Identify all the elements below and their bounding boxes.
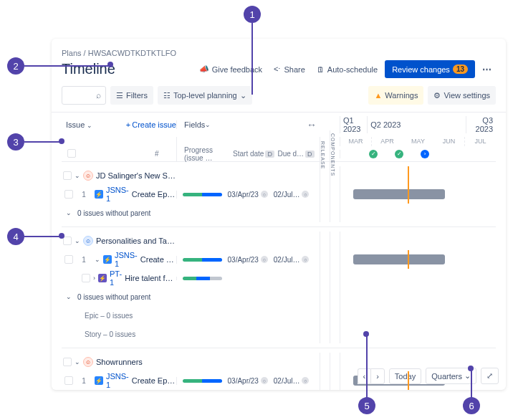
quarter-label: Q2 2023 xyxy=(367,116,466,133)
issue-type-icon: ⚡ xyxy=(98,274,107,282)
issue-type-icon: ⚡ xyxy=(95,376,103,385)
filters-button[interactable]: ☰Filters xyxy=(110,86,153,105)
hash-column: # xyxy=(155,150,176,158)
more-menu-button[interactable]: ⋯ xyxy=(478,59,496,79)
due-date-column: Due d…D xyxy=(277,150,320,158)
expand-columns-button[interactable]: ↔ xyxy=(307,119,317,130)
select-checkbox[interactable] xyxy=(63,237,72,245)
create-issue-button[interactable]: + Create issue xyxy=(126,120,176,129)
chevron-down-icon[interactable]: ⌄ xyxy=(63,293,72,300)
search-icon: ⌕ xyxy=(96,90,101,100)
issue-summary[interactable]: Create Episode One xyxy=(140,255,176,264)
review-changes-button[interactable]: Review changes13 xyxy=(385,60,475,78)
issue-type-icon: ⚡ xyxy=(95,190,103,199)
chevron-down-icon[interactable]: ⌄ xyxy=(75,172,80,179)
due-date[interactable]: 02/Jul…○ xyxy=(274,377,320,385)
issue-group: ⌄ ☺ Personalities and Talent 1 ⌄ ⚡ JSNS-… xyxy=(62,227,496,348)
progress-bar xyxy=(183,258,222,262)
megaphone-icon: 📣 xyxy=(199,65,209,74)
chevron-right-icon[interactable]: › xyxy=(93,275,95,282)
group-name[interactable]: JD Salinger's New Show xyxy=(96,171,176,180)
select-checkbox[interactable] xyxy=(64,190,73,199)
breadcrumb-root[interactable]: Plans xyxy=(62,49,82,57)
row-number: 1 xyxy=(76,377,92,385)
warnings-button[interactable]: ▲Warnings xyxy=(368,86,423,105)
issue-summary[interactable]: Create Episode One xyxy=(132,376,176,385)
timeline-next-button[interactable]: › xyxy=(370,368,385,384)
plus-icon: + xyxy=(126,120,130,129)
select-checkbox[interactable] xyxy=(64,255,73,264)
month-label: JUL xyxy=(464,137,496,146)
annotation-3: 3 xyxy=(7,133,24,151)
issue-column-header[interactable]: Issue xyxy=(66,120,85,129)
gantt-bar[interactable] xyxy=(353,189,445,199)
view-settings-button[interactable]: ⚙View settings xyxy=(428,86,496,105)
no-parent-label[interactable]: 0 issues without parent xyxy=(75,293,150,301)
issue-row[interactable]: 1 ⌄ ⚡ JSNS-1 Create Episode One 03/Apr/2… xyxy=(62,250,496,269)
issue-key[interactable]: PT-1 xyxy=(110,269,122,287)
issue-row[interactable]: › ⚡ PT-1 Hire talent for pre… xyxy=(62,269,496,287)
timeline-prev-button[interactable]: ‹ xyxy=(358,368,371,384)
plan-card: Plans / HWSACWDTKDTKTLFO Timeline 📣Give … xyxy=(52,39,506,390)
today-line-marker xyxy=(408,166,409,185)
row-number: 1 xyxy=(76,191,92,199)
hierarchy-icon: ☷ xyxy=(163,91,171,100)
start-date[interactable]: 03/Apr/23○ xyxy=(228,377,274,385)
chevron-down-icon[interactable]: ⌄ xyxy=(75,358,80,366)
select-all-checkbox[interactable] xyxy=(67,149,76,158)
chevron-down-icon[interactable]: ⌄ xyxy=(63,209,72,216)
warning-icon: ▲ xyxy=(374,91,382,100)
due-date[interactable]: 02/Jul…○ xyxy=(274,256,320,264)
review-count-badge: 13 xyxy=(453,65,468,74)
fullscreen-button[interactable]: ⤢ xyxy=(481,368,499,384)
start-date-column: Start dateD xyxy=(233,150,277,158)
gantt-bar[interactable] xyxy=(353,254,445,264)
row-number: 1 xyxy=(76,256,92,264)
status-done-icon: ✓ xyxy=(395,150,403,158)
type-count-label: Epic – 0 issues xyxy=(63,312,133,320)
month-label: MAY xyxy=(403,137,433,146)
start-date[interactable]: 03/Apr/23○ xyxy=(228,191,274,199)
group-name[interactable]: Personalities and Talent xyxy=(96,237,176,245)
breadcrumb-current[interactable]: HWSACWDTKDTKTLFO xyxy=(88,49,176,57)
issue-row[interactable]: 1 ⚡ JSNS-1 Create Episode One 03/Apr/23○… xyxy=(62,185,496,204)
chevron-down-icon[interactable]: ⌄ xyxy=(95,256,100,263)
share-button[interactable]: <⋅Share xyxy=(269,61,310,77)
select-checkbox[interactable] xyxy=(63,358,72,366)
select-checkbox[interactable] xyxy=(63,171,72,180)
select-checkbox[interactable] xyxy=(82,274,90,282)
status-in-progress-icon: › xyxy=(421,150,429,158)
fields-column-header[interactable]: Fields xyxy=(184,120,205,129)
chevron-down-icon[interactable]: ⌄ xyxy=(75,237,80,244)
chevron-down-icon: ⌄ xyxy=(205,121,211,128)
top-level-planning-button[interactable]: ☷Top-level planning ⌄ xyxy=(158,86,252,105)
today-button[interactable]: Today xyxy=(389,368,421,384)
give-feedback-button[interactable]: 📣Give feedback xyxy=(195,61,267,77)
issue-summary[interactable]: Hire talent for pre… xyxy=(125,274,176,282)
due-date[interactable]: 02/Jul…○ xyxy=(274,191,320,199)
issue-key[interactable]: JSNS-1 xyxy=(106,372,129,389)
group-name[interactable]: Showrunners xyxy=(96,358,143,366)
annotation-4: 4 xyxy=(7,228,24,245)
project-avatar-icon: ☺ xyxy=(83,357,93,367)
annotation-5: 5 xyxy=(358,397,375,414)
progress-bar xyxy=(183,193,222,196)
no-parent-label[interactable]: 0 issues without parent xyxy=(75,209,150,217)
breadcrumb: Plans / HWSACWDTKDTKTLFO xyxy=(62,49,496,57)
annotation-6: 6 xyxy=(463,397,480,414)
issue-key[interactable]: JSNS-1 xyxy=(115,251,138,268)
status-done-icon: ✓ xyxy=(369,150,378,158)
today-line-marker xyxy=(408,185,409,204)
chevron-down-icon: ⌄ xyxy=(240,91,246,100)
search-input[interactable]: ⌕ xyxy=(62,86,106,105)
select-checkbox[interactable] xyxy=(64,376,73,385)
project-avatar-icon: ☺ xyxy=(83,171,93,181)
today-line-marker xyxy=(408,250,409,269)
start-date[interactable]: 03/Apr/23○ xyxy=(228,256,274,264)
auto-schedule-button[interactable]: 🗓Auto-schedule xyxy=(312,62,382,77)
month-label: JUN xyxy=(433,137,464,146)
issue-type-icon: ⚡ xyxy=(103,255,112,264)
issue-key[interactable]: JSNS-1 xyxy=(106,186,129,203)
annotation-1: 1 xyxy=(244,6,261,23)
issue-summary[interactable]: Create Episode One xyxy=(132,190,176,199)
